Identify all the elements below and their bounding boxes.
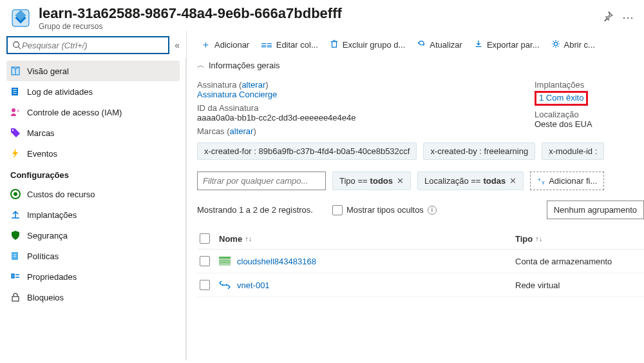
- resource-type: Rede virtual: [515, 280, 644, 290]
- sidebar-item-overview[interactable]: Visão geral: [6, 61, 180, 81]
- sidebar-item-label: Visão geral: [27, 66, 69, 76]
- svg-rect-9: [13, 93, 17, 93]
- sort-icon: ↑↓: [245, 235, 252, 242]
- close-icon[interactable]: ✕: [509, 176, 516, 186]
- page-subtitle: Grupo de recursos: [39, 22, 595, 31]
- close-icon[interactable]: ✕: [397, 176, 404, 186]
- essentials-toggle[interactable]: ︿ Informações gerais: [197, 60, 644, 71]
- sidebar-item-label: Implantações: [27, 210, 77, 220]
- table-row: cloudshell843483168 Conta de armazenamen…: [197, 250, 644, 273]
- sidebar-item-costs[interactable]: Custos do recurso: [6, 184, 180, 204]
- sidebar-item-label: Marcas: [27, 128, 55, 138]
- sidebar-item-security[interactable]: Segurança: [6, 225, 180, 246]
- sidebar-item-properties[interactable]: Propriedades: [6, 266, 180, 287]
- cube-icon: [10, 66, 21, 76]
- sidebar-item-iam[interactable]: Controle de acesso (IAM): [6, 102, 180, 123]
- subscription-link[interactable]: Assinatura Concierge: [197, 90, 277, 99]
- trash-icon: [330, 39, 339, 50]
- row-checkbox[interactable]: [200, 256, 210, 266]
- tag-icon: [10, 128, 21, 138]
- svg-point-30: [224, 284, 226, 286]
- deploy-icon: [10, 210, 21, 220]
- svg-point-3: [14, 42, 19, 48]
- search-input-wrapper[interactable]: [6, 36, 169, 54]
- svg-point-29: [222, 284, 224, 286]
- pin-button[interactable]: [603, 11, 613, 25]
- search-icon: [12, 40, 22, 50]
- sidebar-item-tags[interactable]: Marcas: [6, 123, 180, 143]
- tag-pill[interactable]: x-created-by : freelearning: [423, 142, 535, 160]
- collapse-sidebar-button[interactable]: «: [175, 40, 180, 50]
- change-subscription-link[interactable]: alterar: [242, 80, 265, 90]
- search-input[interactable]: [22, 41, 164, 50]
- filter-input[interactable]: [197, 172, 326, 190]
- svg-rect-17: [12, 277, 14, 278]
- deployments-link[interactable]: 1 Com êxito: [539, 93, 583, 103]
- add-filter-button[interactable]: ⁺ᵧAdicionar fi...: [530, 172, 604, 190]
- sidebar-item-label: Segurança: [27, 231, 68, 240]
- table-row: vnet-001 Rede virtual: [197, 273, 644, 297]
- sidebar-item-events[interactable]: Eventos: [6, 143, 180, 164]
- delete-group-button[interactable]: Excluir grupo d...: [326, 37, 410, 53]
- grouping-select[interactable]: Nenhum agrupamento: [547, 201, 644, 219]
- deployments-label: Implantações: [535, 80, 644, 90]
- sidebar-item-activity-log[interactable]: Log de atividades: [6, 81, 180, 102]
- more-button[interactable]: ⋯: [622, 10, 634, 25]
- page-title: learn-31a62588-9867-48a4-9e6b-666a7bdbef…: [39, 5, 595, 22]
- sidebar-item-deployments[interactable]: Implantações: [6, 204, 180, 225]
- cost-icon: [10, 189, 21, 199]
- page-header: learn-31a62588-9867-48a4-9e6b-666a7bdbef…: [0, 0, 644, 31]
- sidebar-item-label: Eventos: [27, 149, 57, 159]
- tag-pill[interactable]: x-module-id :: [542, 142, 604, 160]
- info-icon[interactable]: i: [428, 206, 437, 215]
- sidebar-item-locks[interactable]: Bloqueios: [6, 287, 180, 308]
- svg-rect-26: [219, 259, 231, 266]
- sidebar-item-label: Log de atividades: [27, 87, 93, 97]
- refresh-button[interactable]: Atualizar: [413, 37, 466, 53]
- show-hidden-label: Mostrar tipos ocultos: [346, 205, 424, 215]
- svg-rect-8: [13, 91, 17, 92]
- svg-point-31: [226, 284, 228, 286]
- svg-rect-20: [12, 297, 19, 301]
- location-label: Localização: [535, 110, 644, 119]
- download-icon: [474, 39, 483, 50]
- sidebar-item-policies[interactable]: Políticas: [6, 246, 180, 266]
- props-icon: [10, 271, 21, 282]
- resource-link[interactable]: vnet-001: [219, 280, 515, 290]
- svg-rect-15: [12, 252, 18, 260]
- type-filter-pill[interactable]: Tipo == todos✕: [332, 172, 411, 190]
- subscription-label: Assinatura: [197, 80, 236, 90]
- change-tags-link[interactable]: alterar: [230, 126, 254, 136]
- select-all-checkbox[interactable]: [200, 233, 210, 244]
- storage-icon: [219, 257, 231, 266]
- lock-icon: [10, 292, 21, 302]
- svg-rect-25: [219, 257, 231, 259]
- resource-link[interactable]: cloudshell843483168: [219, 257, 515, 266]
- row-checkbox[interactable]: [200, 280, 210, 290]
- svg-point-12: [12, 130, 14, 131]
- subscription-id-value: aaaa0a0a-bb1b-cc2c-dd3d-eeeeee4e4e4e: [197, 113, 509, 123]
- tag-pill[interactable]: x-created-for : 89b6a9fb-c37b-4fd4-b0a5-…: [197, 142, 417, 160]
- edit-columns-button[interactable]: ≡≡Editar col...: [257, 37, 322, 53]
- export-button[interactable]: Exportar par...: [470, 37, 544, 53]
- main-content: ＋Adicionar ≡≡Editar col... Excluir grupo…: [187, 31, 644, 360]
- column-header-name[interactable]: Nome↑↓: [219, 234, 515, 244]
- sidebar-item-label: Propriedades: [27, 272, 77, 282]
- sidebar-item-label: Bloqueios: [27, 293, 64, 302]
- resource-type: Conta de armazenamento: [515, 257, 644, 266]
- subscription-id-label: ID da Assinatura: [197, 103, 509, 113]
- gear-icon: [551, 39, 560, 50]
- svg-line-4: [19, 47, 21, 50]
- bolt-icon: [10, 148, 21, 159]
- column-header-type[interactable]: Tipo↑↓: [515, 234, 644, 244]
- show-hidden-checkbox[interactable]: [332, 205, 343, 215]
- svg-rect-27: [219, 260, 231, 261]
- policy-icon: [10, 251, 21, 261]
- add-button[interactable]: ＋Adicionar: [197, 36, 253, 54]
- location-filter-pill[interactable]: Localização == todas✕: [417, 172, 524, 190]
- sidebar-section-settings: Configurações: [6, 164, 180, 184]
- log-icon: [10, 86, 21, 97]
- svg-point-11: [17, 110, 19, 112]
- open-cloudshell-button[interactable]: Abrir c...: [547, 37, 599, 53]
- toolbar: ＋Adicionar ≡≡Editar col... Excluir grupo…: [197, 36, 644, 54]
